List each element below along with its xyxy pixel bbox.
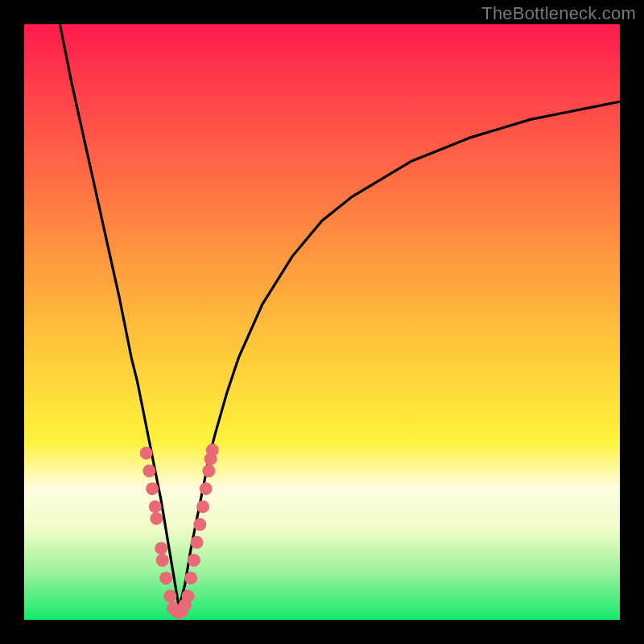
- marker-dot: [200, 482, 213, 495]
- marker-dot: [163, 589, 176, 602]
- marker-dot: [184, 572, 197, 584]
- outer-frame: TheBottleneck.com: [0, 0, 644, 644]
- marker-dot: [191, 536, 204, 549]
- marker-dot: [182, 589, 195, 602]
- marker-dot: [142, 464, 155, 477]
- marker-dot: [202, 464, 215, 477]
- marker-dot: [140, 447, 153, 460]
- marker-dot: [196, 500, 209, 513]
- marker-dot: [149, 500, 162, 513]
- chart-svg: [24, 24, 620, 620]
- watermark-text: TheBottleneck.com: [481, 3, 636, 24]
- marker-dot: [193, 518, 206, 531]
- marker-dot: [156, 554, 169, 567]
- marker-cluster: [140, 444, 219, 619]
- marker-dot: [159, 572, 172, 584]
- right-curve: [179, 101, 620, 608]
- marker-dot: [188, 554, 200, 567]
- marker-dot: [146, 482, 159, 495]
- marker-dot: [206, 444, 219, 456]
- marker-dot: [150, 512, 163, 525]
- plot-area: [24, 24, 620, 620]
- marker-dot: [155, 542, 167, 555]
